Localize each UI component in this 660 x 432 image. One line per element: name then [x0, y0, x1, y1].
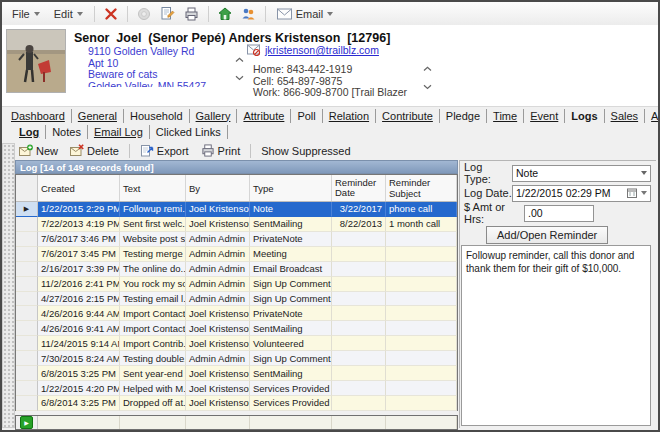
- show-suppressed-button[interactable]: Show Suppressed: [257, 145, 354, 157]
- tab-dashboard[interactable]: Dashboard: [5, 109, 72, 123]
- contact-name: Senor Joel (Senor Pepé) Anders Kristenso…: [74, 31, 390, 45]
- log-row[interactable]: 4/26/2016 9:41 AMImport Contact...Joel K…: [16, 321, 457, 336]
- log-row[interactable]: 6/8/2015 3:25 PMSent year-end l...Joel K…: [16, 366, 457, 381]
- edit-menu[interactable]: Edit: [48, 6, 89, 22]
- tab-relation[interactable]: Relation: [323, 109, 376, 123]
- row-selector[interactable]: [16, 217, 38, 232]
- email-menu[interactable]: Email: [271, 6, 340, 22]
- log-row[interactable]: 6/8/2014 3:25 PMDropped off at...Joel Kr…: [16, 396, 457, 411]
- row-selector[interactable]: [16, 396, 38, 411]
- row-selector[interactable]: [16, 262, 38, 277]
- row-selector[interactable]: [16, 321, 38, 336]
- column-header-created[interactable]: Created: [38, 175, 120, 201]
- new-log-button[interactable]: New: [15, 144, 62, 157]
- tab-contribute[interactable]: Contribute: [376, 109, 440, 123]
- log-type-dropdown[interactable]: Note: [512, 165, 651, 182]
- amount-field[interactable]: .00: [524, 205, 594, 222]
- sub-tabs: LogNotesEmail LogClicked Links: [2, 123, 658, 141]
- delete-log-button[interactable]: Delete: [66, 144, 123, 157]
- log-text-editor[interactable]: Followup reminder, call this donor and t…: [461, 245, 651, 426]
- add-open-reminder-button[interactable]: Add/Open Reminder: [486, 226, 608, 244]
- tab-sales[interactable]: Sales: [605, 109, 646, 123]
- email-edit-icon: [247, 44, 261, 56]
- tab-pledge[interactable]: Pledge: [440, 109, 487, 123]
- log-row[interactable]: 11/2/2016 2:41 PMYou rock my so...Admin …: [16, 277, 457, 292]
- cell-by: Joel Kristenson: [186, 202, 250, 217]
- contact-photo[interactable]: [6, 29, 66, 93]
- cell-created: 6/8/2014 3:25 PM: [38, 396, 120, 411]
- tab-admin[interactable]: Admin: [645, 109, 660, 123]
- scroll-up-icon[interactable]: [421, 65, 433, 73]
- scroll-down-icon[interactable]: [421, 83, 433, 91]
- row-selector[interactable]: [16, 366, 38, 381]
- household-button[interactable]: [214, 4, 236, 24]
- cell-type: Services Provided: [250, 381, 332, 396]
- edit-record-button[interactable]: [157, 4, 179, 24]
- new-icon: [19, 144, 33, 157]
- tab-time[interactable]: Time: [487, 109, 524, 123]
- log-row[interactable]: 7/6/2017 3:46 PMWebsite post s...Admin A…: [16, 232, 457, 247]
- tab-household[interactable]: Household: [124, 109, 190, 123]
- row-selector[interactable]: [16, 292, 38, 307]
- contacts-button[interactable]: [238, 4, 260, 24]
- cell-type: Services Provided: [250, 396, 332, 411]
- log-row[interactable]: 7/22/2013 4:19 PMSent first welc...Joel …: [16, 217, 457, 232]
- row-selector[interactable]: [16, 232, 38, 247]
- row-selector[interactable]: [16, 306, 38, 321]
- column-header-text[interactable]: Text: [120, 175, 186, 201]
- tab-event[interactable]: Event: [524, 109, 565, 123]
- cell-text: Import Contact...: [120, 306, 186, 321]
- toolbar-separator: [127, 6, 128, 22]
- tab-attribute[interactable]: Attribute: [237, 109, 291, 123]
- document-edit-icon: [160, 6, 175, 21]
- row-selector[interactable]: [16, 381, 38, 396]
- collapsed-side-panel[interactable]: [2, 143, 15, 428]
- column-header-type[interactable]: Type: [250, 175, 332, 201]
- log-row[interactable]: ▶1/22/2015 2:29 PMFollowup remi...Joel K…: [16, 202, 457, 217]
- print-button[interactable]: Print: [197, 144, 245, 157]
- log-row[interactable]: 2/16/2017 3:39 PMThe online do...Admin A…: [16, 262, 457, 277]
- tab-poll[interactable]: Poll: [291, 109, 322, 123]
- subtab-notes[interactable]: Notes: [46, 125, 88, 139]
- column-header-by[interactable]: By: [186, 175, 250, 201]
- log-row[interactable]: 7/30/2015 8:24 AMTesting double...Admin …: [16, 351, 457, 366]
- log-row[interactable]: 4/26/2016 9:44 AMImport Contact...Joel K…: [16, 306, 457, 321]
- row-selector[interactable]: [16, 277, 38, 292]
- cell-reminder_date: [332, 351, 386, 366]
- empty-cell: [250, 416, 332, 429]
- row-selector[interactable]: ▶: [16, 202, 38, 217]
- log-row[interactable]: 11/24/2015 9:14 AMImport Contrib...Joel …: [16, 336, 457, 351]
- log-type-row: Log Type: Note: [464, 164, 651, 182]
- log-row[interactable]: 7/6/2017 3:45 PMTesting merge ...Admin A…: [16, 247, 457, 262]
- cell-created: 4/26/2016 9:41 AM: [38, 321, 120, 336]
- scroll-down-icon[interactable]: [233, 74, 245, 82]
- camera-button[interactable]: [133, 4, 155, 24]
- log-row[interactable]: 1/22/2015 4:20 PMHelped with M...Joel Kr…: [16, 381, 457, 396]
- export-button[interactable]: Export: [136, 144, 193, 157]
- row-selector[interactable]: [16, 351, 38, 366]
- chevron-down-icon: [641, 171, 647, 175]
- append-row-icon[interactable]: ▶: [20, 416, 33, 429]
- log-grid-body: ▶1/22/2015 2:29 PMFollowup remi...Joel K…: [16, 202, 457, 411]
- delete-contact-button[interactable]: [100, 4, 122, 24]
- subtab-log[interactable]: Log: [13, 125, 46, 139]
- scroll-up-icon[interactable]: [233, 56, 245, 64]
- row-selector[interactable]: [16, 336, 38, 351]
- new-label: New: [36, 145, 58, 157]
- file-menu[interactable]: File: [6, 6, 46, 22]
- chevron-down-icon: [327, 12, 333, 16]
- tab-logs[interactable]: Logs: [565, 109, 604, 123]
- new-row-selector: ▶: [16, 416, 38, 429]
- row-selector[interactable]: [16, 247, 38, 262]
- cell-by: Joel Kristenson: [186, 217, 250, 232]
- subtab-clicked-links[interactable]: Clicked Links: [150, 125, 228, 139]
- column-header-reminder-subject[interactable]: Reminder Subject: [386, 175, 457, 201]
- print-record-button[interactable]: [181, 4, 203, 24]
- column-header-reminder-date[interactable]: Reminder Date: [332, 175, 386, 201]
- tab-general[interactable]: General: [72, 109, 124, 123]
- log-row[interactable]: 4/27/2016 2:15 PMTesting email l...Admin…: [16, 292, 457, 307]
- tab-gallery[interactable]: Gallery: [190, 109, 238, 123]
- log-date-picker[interactable]: 1/22/2015 02:29 PM: [512, 185, 651, 202]
- subtab-email-log[interactable]: Email Log: [88, 125, 150, 139]
- contact-email-link[interactable]: jkristenson@trailblz.com: [265, 44, 379, 56]
